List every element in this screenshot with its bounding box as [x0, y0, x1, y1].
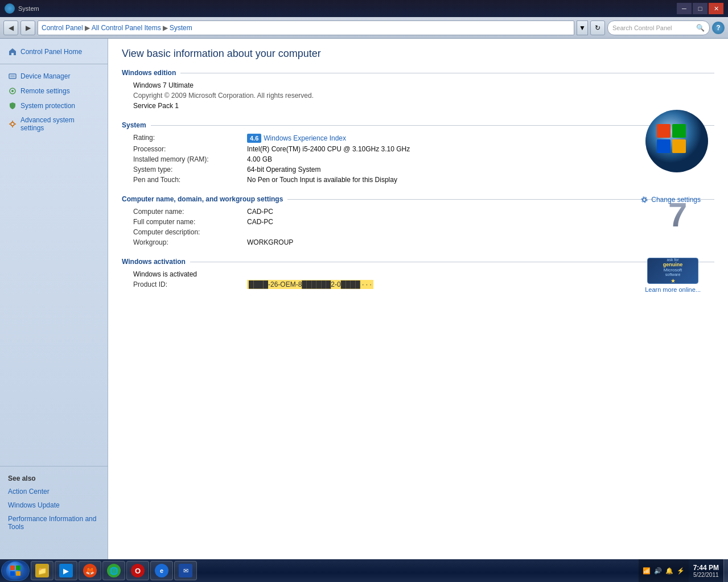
learn-more-link[interactable]: Learn more online...: [645, 286, 701, 293]
taskbar-right: 📶 🔊 🔔 ⚡ 7:44 PM 5/22/2011: [639, 559, 728, 582]
maximize-button[interactable]: □: [693, 3, 708, 14]
refresh-button[interactable]: ↻: [590, 20, 605, 35]
path-allitems[interactable]: All Control Panel Items: [92, 24, 161, 32]
genuine-image: ask for genuine Microsoft software ★: [647, 258, 698, 284]
computer-name-section: Computer name, domain, and workgroup set…: [122, 195, 714, 246]
workgroup-row: Workgroup: WORKGROUP: [133, 238, 714, 246]
system-type-row: System type: 64-bit Operating System: [133, 166, 714, 174]
sidebar-performance[interactable]: Performance Information and Tools: [0, 512, 108, 534]
workgroup-value: WORKGROUP: [247, 238, 293, 246]
taskbar: 📁 ▶ 🦊 🌐 O e ✉ 📶 🔊 🔔: [0, 559, 728, 582]
full-name-value: CAD-PC: [247, 218, 273, 226]
tray-notification-icon[interactable]: 🔔: [665, 566, 674, 575]
title-bar: System ─ □ ✕: [0, 0, 728, 17]
windows-edition-content: Windows 7 Ultimate Copyright © 2009 Micr…: [122, 81, 714, 110]
taskbar-explorer[interactable]: 📁: [31, 561, 54, 580]
taskbar-chrome[interactable]: 🌐: [102, 561, 125, 580]
firefox-icon: 🦊: [83, 564, 97, 577]
rating-row: Rating: 4.6 Windows Experience Index: [133, 134, 714, 143]
address-dropdown[interactable]: ▼: [577, 20, 588, 35]
computer-name-value: CAD-PC: [247, 208, 273, 216]
tray-volume-icon[interactable]: 🔊: [653, 566, 663, 575]
clock[interactable]: 7:44 PM 5/22/2011: [689, 559, 723, 582]
activation-status-row: Windows is activated: [133, 270, 714, 278]
activation-header: Windows activation: [122, 258, 714, 266]
svg-rect-18: [16, 566, 20, 570]
processor-value: Intel(R) Core(TM) i5-2400 CPU @ 3.10GHz …: [247, 145, 410, 153]
system-content: Rating: 4.6 Windows Experience Index Pro…: [122, 134, 714, 184]
rating-badge: 4.6 Windows Experience Index: [247, 134, 346, 143]
taskbar-outlook[interactable]: ✉: [174, 561, 197, 580]
processor-row: Processor: Intel(R) Core(TM) i5-2400 CPU…: [133, 145, 714, 153]
windows-edition-section: Windows edition Windows 7 Ultimate Copyr…: [122, 69, 714, 110]
activation-section: Windows activation ask for genuine Micro…: [122, 258, 714, 288]
help-button[interactable]: ?: [712, 22, 725, 34]
servicepack-row: Service Pack 1: [133, 102, 714, 110]
description-row: Computer description:: [133, 228, 714, 236]
path-sep-2: ▶: [163, 24, 168, 32]
taskbar-firefox[interactable]: 🦊: [79, 561, 101, 580]
system-type-value: 64-bit Operating System: [247, 166, 320, 174]
window-title: System: [18, 5, 39, 12]
taskbar-media-player[interactable]: ▶: [55, 561, 77, 580]
home-icon: [8, 47, 17, 56]
content-area: 7 View basic information about your comp…: [108, 39, 728, 559]
tray-battery-icon[interactable]: ⚡: [676, 566, 685, 575]
close-button[interactable]: ✕: [709, 3, 723, 14]
rating-link[interactable]: Windows Experience Index: [264, 134, 346, 142]
system-type-label: System type:: [133, 166, 247, 174]
section-line-4: [190, 262, 714, 262]
memory-row: Installed memory (RAM): 4.00 GB: [133, 155, 714, 163]
title-bar-left: System: [5, 3, 39, 14]
clock-date: 5/22/2011: [693, 572, 719, 578]
windows-edition-header: Windows edition: [122, 69, 714, 77]
memory-label: Installed memory (RAM):: [133, 155, 247, 163]
search-box[interactable]: Search Control Panel 🔍: [607, 20, 710, 35]
see-also-label: See also: [0, 471, 108, 485]
svg-rect-20: [16, 571, 20, 576]
chrome-icon: 🌐: [107, 564, 121, 577]
processor-label: Processor:: [133, 145, 247, 153]
minimize-button[interactable]: ─: [677, 3, 692, 14]
start-button[interactable]: [1, 560, 30, 581]
svg-point-15: [643, 198, 646, 201]
path-system[interactable]: System: [170, 24, 192, 32]
main-container: Control Panel Home Device Manager Remote…: [0, 39, 728, 559]
sidebar-item-system-protection[interactable]: System protection: [0, 98, 108, 113]
forward-button[interactable]: ▶: [20, 20, 35, 35]
svg-rect-13: [672, 139, 686, 153]
pen-value: No Pen or Touch Input is available for t…: [247, 176, 397, 184]
see-also-section: See also Action Center Windows Update Pe…: [0, 461, 108, 534]
change-settings-link[interactable]: Change settings: [640, 195, 701, 204]
svg-point-4: [11, 122, 14, 126]
search-placeholder: Search Control Panel: [612, 24, 672, 31]
computer-name-content: Computer name: CAD-PC Full computer name…: [122, 208, 714, 246]
svg-rect-12: [657, 139, 671, 153]
svg-rect-1: [10, 75, 15, 77]
show-desktop-button[interactable]: [723, 559, 728, 582]
path-controlpanel[interactable]: Control Panel: [42, 24, 83, 32]
svg-rect-10: [657, 124, 671, 138]
taskbar-opera[interactable]: O: [126, 561, 149, 580]
taskbar-ie[interactable]: e: [150, 561, 173, 580]
sidebar-item-remote-settings[interactable]: Remote settings: [0, 84, 108, 98]
sidebar-action-center[interactable]: Action Center: [0, 485, 108, 498]
back-button[interactable]: ◀: [3, 20, 18, 35]
device-icon: [8, 72, 17, 81]
section-line-1: [180, 73, 714, 73]
sidebar-home[interactable]: Control Panel Home: [0, 44, 108, 59]
outlook-icon: ✉: [179, 564, 192, 577]
sidebar-item-advanced-settings[interactable]: Advanced system settings: [0, 113, 108, 135]
explorer-icon: 📁: [35, 564, 49, 577]
tray-network-icon[interactable]: 📶: [642, 566, 651, 575]
media-player-icon: ▶: [59, 564, 73, 577]
sidebar-windows-update[interactable]: Windows Update: [0, 498, 108, 512]
rating-label: Rating:: [133, 134, 247, 143]
full-name-row: Full computer name: CAD-PC: [133, 218, 714, 226]
description-label: Computer description:: [133, 228, 247, 236]
start-orb: [6, 562, 24, 580]
product-id-row: Product ID: ████-26-OEM-8██████2-0████ ·…: [133, 280, 714, 288]
clock-time: 7:44 PM: [693, 564, 719, 572]
address-path[interactable]: Control Panel ▶ All Control Panel Items …: [38, 20, 574, 35]
sidebar-item-device-manager[interactable]: Device Manager: [0, 69, 108, 84]
